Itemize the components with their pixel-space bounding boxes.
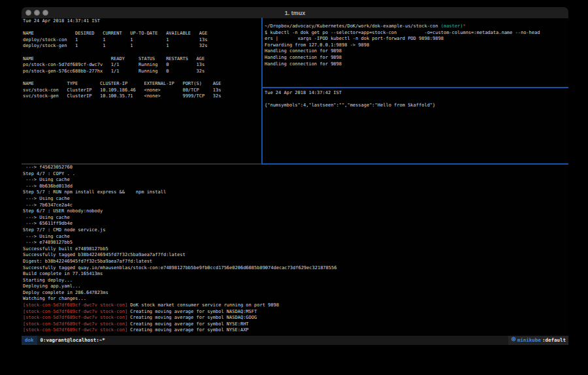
terminal-line: [stock-con-5d7df689cf-dwc7v stock-con] C… <box>23 321 336 328</box>
terminal-line: [stock-con-5d7df689cf-dwc7v stock-con] C… <box>23 327 336 334</box>
terminal-line: Digest: b38b42246945fd7f32c5ba9aea7af7fd… <box>23 259 336 265</box>
tmux-pane-skaffold-log[interactable]: ---> f45623052760Step 4/7 : COPY . . ---… <box>23 165 336 334</box>
session-name-badge: dok <box>22 336 37 345</box>
pane-divider-bottom-left <box>22 163 261 165</box>
terminal-line: Handling connection for 9898 <box>265 61 540 68</box>
terminal-line: Watching for changes... <box>23 296 336 302</box>
terminal-line: [stock-con-5d7df689cf-dwc7v stock-con] D… <box>23 302 336 309</box>
terminal-line: Successfully tagged quay.io/mhausenblas/… <box>23 265 336 272</box>
tmux-window-tab[interactable]: 0:vagrant@localhost:~* <box>41 336 105 345</box>
terminal-line: Successfully built e74898127bb5 <box>23 246 336 253</box>
terminal-line: Tue 24 Apr 2018 14:37:41 IST <box>23 18 221 25</box>
tmux-pane-port-forward[interactable]: ~/Dropbox/advocacy/Kubernetes/DoK/work/d… <box>265 24 540 67</box>
terminal-line: Tue 24 Apr 2018 14:37:42 IST <box>265 90 435 97</box>
terminal-line: ~/Dropbox/advocacy/Kubernetes/DoK/work/d… <box>265 24 540 30</box>
terminal-line: ---> Using cache <box>23 196 336 203</box>
terminal-line: Step 7/7 : CMD node service.js <box>23 227 336 234</box>
helm-wheel-icon <box>511 336 516 345</box>
terminal-line: ---> 65611ff9db4e <box>23 221 336 227</box>
terminal-line: NAME DESIRED CURRENT UP-TO-DATE AVAILABL… <box>23 31 221 37</box>
terminal-line: ers | xargs -IPOD kubectl -n dok port-fo… <box>265 36 540 42</box>
terminal-line: ---> Using cache <box>23 215 336 221</box>
screen-background: { "window": { "title": "1. tmux" }, "col… <box>0 0 588 375</box>
terminal-line: {"numsymbols":4,"lastseen":"","message":… <box>265 103 435 109</box>
terminal-line: ---> 7b6347ce2a4c <box>23 203 336 209</box>
terminal-line: svc/stock-con ClusterIP 10.109.186.46 <n… <box>23 88 221 94</box>
terminal-line: Handling connection for 9898 <box>265 48 540 55</box>
window-title: 1. tmux <box>22 10 568 16</box>
terminal-line: Step 4/7 : COPY . . <box>23 171 336 178</box>
terminal-line: $ kubectl -n dok get po --selector=app=s… <box>265 30 540 37</box>
pane-divider-right-horizontal <box>263 87 568 88</box>
terminal-line <box>265 97 435 103</box>
terminal-line: Deploying app.yaml... <box>23 284 336 290</box>
kube-context-indicator: minikube:default <box>508 336 568 345</box>
terminal-line: po/stock-gen-576cc688bb-277hx 1/1 Runnin… <box>23 69 221 75</box>
kube-namespace: :default <box>542 336 566 345</box>
tmux-pane-kubectl-resources[interactable]: Tue 24 Apr 2018 14:37:41 IST NAME DESIRE… <box>23 18 221 100</box>
terminal-line: po/stock-con-5d7df689cf-dwc7v 1/1 Runnin… <box>23 62 221 69</box>
terminal-line: ---> 0b636bd013dd <box>23 184 336 190</box>
terminal-line: Starting deploy... <box>23 278 336 284</box>
terminal-line: Step 6/7 : USER nobody:nobody <box>23 208 336 215</box>
terminal-line: Forwarding from 127.0.0.1:9898 -> 9898 <box>265 42 540 49</box>
terminal-line: ---> f45623052760 <box>23 165 336 171</box>
terminal-line: ---> Using cache <box>23 234 336 240</box>
terminal-line: ---> e74898127bb5 <box>23 240 336 246</box>
terminal-line: [stock-con-5d7df689cf-dwc7v stock-con] C… <box>23 309 336 316</box>
terminal-line: deploy/stock-gen 1 1 1 1 32s <box>23 43 221 50</box>
terminal-line: NAME READY STATUS RESTARTS AGE <box>23 56 221 63</box>
terminal-line: deploy/stock-con 1 1 1 1 13s <box>23 37 221 44</box>
pane-divider-bottom-right <box>261 163 568 165</box>
terminal-line <box>23 50 221 56</box>
window-titlebar[interactable]: 1. tmux <box>22 7 568 19</box>
terminal-line: Successfully tagged b38b42246945fd7f32c5… <box>23 252 336 259</box>
tmux-pane-curl-output[interactable]: Tue 24 Apr 2018 14:37:42 IST {"numsymbol… <box>265 90 435 109</box>
terminal-line: Deploy complete in 286.647823ms <box>23 290 336 297</box>
terminal-line: Step 5/7 : RUN npm install express && np… <box>23 189 336 196</box>
kube-context-name: minikube <box>517 336 541 345</box>
terminal-line: NAME TYPE CLUSTER-IP EXTERNAL-IP PORT(S)… <box>23 81 221 88</box>
pane-divider-vertical <box>261 18 263 164</box>
tmux-status-bar: dok 0:vagrant@localhost:~* minikube:defa… <box>22 336 568 345</box>
terminal-line: ---> Using cache <box>23 177 336 184</box>
terminal-line: [stock-con-5d7df689cf-dwc7v stock-con] C… <box>23 315 336 321</box>
terminal-line: Handling connection for 9898 <box>265 55 540 61</box>
terminal-line <box>23 74 221 81</box>
terminal-line <box>23 25 221 31</box>
terminal-line: Build complete in 77.165413ms <box>23 271 336 278</box>
terminal-line: svc/stock-gen ClusterIP 10.100.35.71 <no… <box>23 93 221 100</box>
